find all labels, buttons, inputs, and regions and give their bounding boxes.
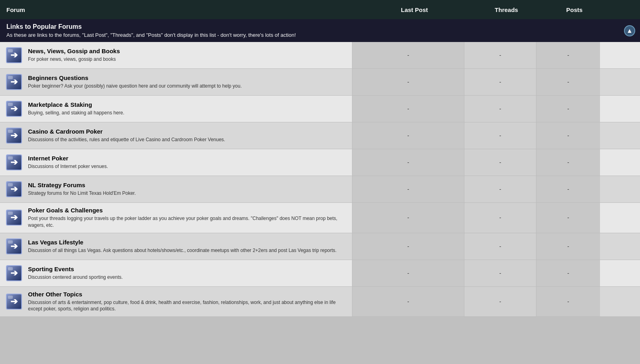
forum-lastpost: - [352,233,464,260]
forum-icon-wrap: ➔ [5,292,23,311]
forum-icon-wrap: ➔ [5,46,23,64]
forum-title[interactable]: NL Strategy Forums [28,182,347,188]
forum-threads: - [464,69,536,95]
forum-link-icon: ➔ [6,238,22,254]
forum-cell-main: ➔ Casino & Cardroom Poker Discussions of… [0,122,352,149]
forum-description: Buying, selling, and staking all happens… [28,110,347,116]
forum-text: Beginners Questions Poker beginner? Ask … [28,74,347,90]
arrow-icon: ➔ [10,241,18,252]
forum-link-icon: ➔ [6,101,22,117]
forum-text: Sporting Events Discussion centered arou… [28,266,347,281]
table-row[interactable]: ➔ Other Other Topics Discussion of arts … [0,287,640,317]
forum-posts: - [536,233,600,260]
forum-lastpost: - [352,203,464,233]
forum-posts: - [536,42,600,68]
forum-lastpost: - [352,69,464,95]
arrow-icon: ➔ [10,77,18,87]
header-lastpost-label: Last Post [358,6,470,13]
forum-threads: - [464,260,536,286]
forum-text: Las Vegas Lifestyle Discussion of all th… [28,239,347,254]
forum-threads: - [464,176,536,202]
forum-link-icon: ➔ [6,294,22,310]
forum-description: Strategy forums for No Limit Texas Hold'… [28,190,347,197]
forum-threads: - [464,203,536,233]
forum-icon-wrap: ➔ [5,237,23,256]
forum-title[interactable]: Internet Poker [28,155,347,162]
forum-posts: - [536,260,600,286]
forum-threads: - [464,149,536,176]
forum-title[interactable]: Poker Goals & Challenges [28,207,347,214]
table-row[interactable]: ➔ Sporting Events Discussion centered ar… [0,260,640,287]
arrow-icon: ➔ [10,157,18,168]
forum-cell-main: ➔ Sporting Events Discussion centered ar… [0,260,352,286]
forum-cell-main: ➔ NL Strategy Forums Strategy forums for… [0,176,352,202]
forum-posts: - [536,203,600,233]
forum-cell-main: ➔ Other Other Topics Discussion of arts … [0,287,352,317]
forum-title[interactable]: Las Vegas Lifestyle [28,239,347,246]
forum-link-icon: ➔ [6,265,22,281]
table-row[interactable]: ➔ Las Vegas Lifestyle Discussion of all … [0,233,640,260]
forum-icon-wrap: ➔ [5,126,23,145]
section-header: Links to Popular Forums As these are lin… [0,19,640,42]
section-title: Links to Popular Forums [6,23,634,30]
forum-title[interactable]: Other Other Topics [28,291,347,298]
arrow-icon: ➔ [10,212,18,223]
forum-link-icon: ➔ [6,210,22,226]
forum-cell-main: ➔ Internet Poker Discussions of Internet… [0,149,352,176]
arrow-icon: ➔ [10,104,18,114]
forum-lastpost: - [352,122,464,149]
forum-cell-main: ➔ Marketplace & Staking Buying, selling,… [0,96,352,122]
table-row[interactable]: ➔ Beginners Questions Poker beginner? As… [0,69,640,96]
forum-lastpost: - [352,176,464,202]
forum-description: Discussion of all things Las Vegas. Ask … [28,247,347,254]
forum-description: For poker news, views, gossip and books [28,56,347,63]
header-forum-label: Forum [6,6,358,13]
forum-posts: - [536,69,600,95]
forum-title[interactable]: Marketplace & Staking [28,101,347,108]
forum-threads: - [464,122,536,149]
forum-text: Internet Poker Discussions of Internet p… [28,155,347,170]
forum-icon-wrap: ➔ [5,153,23,172]
forum-link-icon: ➔ [6,47,22,63]
forum-description: Post your threads logging your travels u… [28,215,347,229]
collapse-icon[interactable]: ▲ [624,25,635,36]
table-row[interactable]: ➔ News, Views, Gossip and Books For poke… [0,42,640,69]
forum-icon-wrap: ➔ [5,100,23,118]
arrow-icon: ➔ [10,50,18,60]
table-row[interactable]: ➔ Internet Poker Discussions of Internet… [0,149,640,176]
forum-cell-main: ➔ Poker Goals & Challenges Post your thr… [0,203,352,233]
table-header: Forum Last Post Threads Posts [0,0,640,19]
forum-description: Poker beginner? Ask your (possibly) naiv… [28,83,347,90]
forum-threads: - [464,233,536,260]
forum-lastpost: - [352,149,464,176]
forum-icon-wrap: ➔ [5,73,23,91]
forum-link-icon: ➔ [6,154,22,170]
table-row[interactable]: ➔ Marketplace & Staking Buying, selling,… [0,96,640,122]
forum-link-icon: ➔ [6,128,22,144]
forum-text: Casino & Cardroom Poker Discussions of t… [28,128,347,143]
forum-text: Poker Goals & Challenges Post your threa… [28,207,347,229]
forum-threads: - [464,287,536,317]
forum-description: Discussion centered around sporting even… [28,274,347,281]
forum-posts: - [536,122,600,149]
arrow-icon: ➔ [10,268,18,278]
forum-lastpost: - [352,260,464,286]
forum-icon-wrap: ➔ [5,180,23,198]
forum-description: Discussions of the activities, rules and… [28,136,347,143]
forum-cell-main: ➔ Las Vegas Lifestyle Discussion of all … [0,233,352,260]
forum-text: Other Other Topics Discussion of arts & … [28,291,347,313]
forum-lastpost: - [352,96,464,122]
table-row[interactable]: ➔ Poker Goals & Challenges Post your thr… [0,203,640,233]
table-row[interactable]: ➔ NL Strategy Forums Strategy forums for… [0,176,640,203]
forum-posts: - [536,287,600,317]
table-row[interactable]: ➔ Casino & Cardroom Poker Discussions of… [0,122,640,149]
arrow-icon: ➔ [10,130,18,141]
forum-title[interactable]: Beginners Questions [28,74,347,81]
section-header-content: Links to Popular Forums As these are lin… [6,23,634,38]
forum-title[interactable]: Sporting Events [28,266,347,272]
forum-title[interactable]: News, Views, Gossip and Books [28,48,347,54]
forum-icon-wrap: ➔ [5,208,23,227]
forum-list: ➔ News, Views, Gossip and Books For poke… [0,42,640,317]
forum-posts: - [536,149,600,176]
forum-title[interactable]: Casino & Cardroom Poker [28,128,347,135]
